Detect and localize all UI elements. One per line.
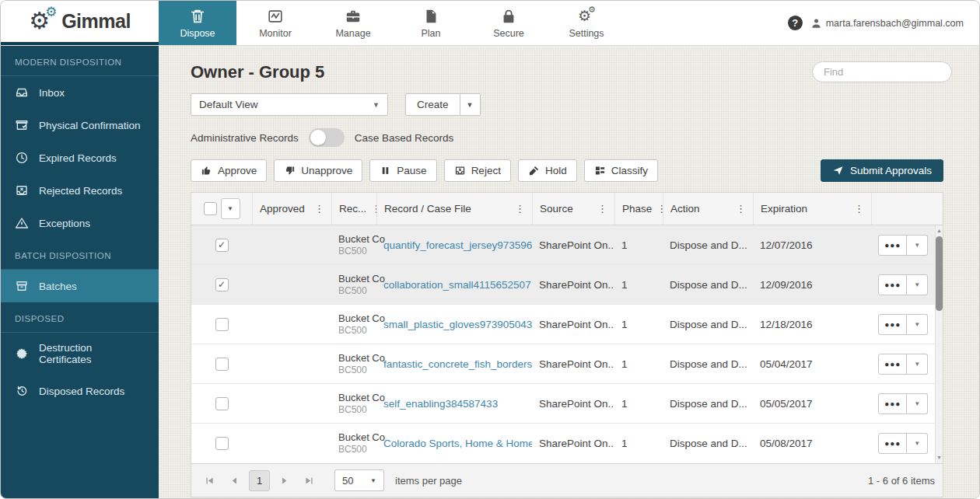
gimmal-gears-icon: ⚙ ⚙ xyxy=(29,8,60,36)
table-row[interactable]: ✓ Bucket CoBC500 quantify_forecast_jerse… xyxy=(191,225,935,265)
page-size-select[interactable]: 50 ▼ xyxy=(334,469,384,491)
case-based-records-label: Case Based Records xyxy=(355,132,454,144)
first-page-icon xyxy=(205,476,215,486)
scrollbar-track[interactable] xyxy=(936,235,943,454)
row-more-button[interactable]: ●●● xyxy=(878,274,907,295)
sidebar-item-destruction-certificates[interactable]: Destruction Certificates xyxy=(1,333,159,375)
column-header-approved[interactable]: Approved ⋮ xyxy=(252,193,331,225)
record-link[interactable]: fantastic_concrete_fish_borders_1 xyxy=(383,358,532,370)
create-dropdown-button[interactable]: ▼ xyxy=(460,93,481,116)
row-checkbox[interactable] xyxy=(215,437,229,450)
find-input[interactable] xyxy=(812,61,952,82)
record-link[interactable]: collaboration_small4115652507 xyxy=(383,279,531,291)
sidebar-item-label: Expired Records xyxy=(39,152,117,164)
row-more-button[interactable]: ●●● xyxy=(878,354,907,375)
next-page-button[interactable] xyxy=(274,470,295,491)
row-more-button[interactable]: ●●● xyxy=(878,393,907,414)
record-link[interactable]: Colorado Sports, Home & Home.. xyxy=(383,438,532,449)
table-row[interactable]: Bucket CoBC500 small_plastic_gloves97390… xyxy=(191,305,935,344)
row-dropdown-button[interactable]: ▼ xyxy=(907,235,928,256)
tab-manage[interactable]: Manage xyxy=(314,1,392,45)
sidebar-item-physical-confirmation[interactable]: Physical Confirmation xyxy=(1,109,159,141)
sidebar-item-disposed-records[interactable]: Disposed Records xyxy=(1,375,159,407)
row-checkbox[interactable]: ✓ xyxy=(215,239,229,252)
sidebar-item-batches[interactable]: Batches xyxy=(1,270,159,302)
first-page-button[interactable] xyxy=(199,470,220,491)
table-row[interactable]: Bucket CoBC500 Colorado Sports, Home & H… xyxy=(191,424,935,463)
submit-approvals-button[interactable]: Submit Approvals xyxy=(821,159,943,182)
cell-record-class: Bucket CoBC500 xyxy=(331,233,376,257)
records-type-toggle[interactable] xyxy=(309,128,345,147)
view-select[interactable]: Default View ▼ xyxy=(191,93,388,116)
column-menu-icon[interactable]: ⋮ xyxy=(849,203,864,215)
row-dropdown-button[interactable]: ▼ xyxy=(907,354,928,375)
tab-settings[interactable]: ⚙ ⚙ Settings xyxy=(548,1,625,45)
sidebar-item-inbox[interactable]: Inbox xyxy=(1,76,159,109)
scroll-down-icon[interactable]: ▼ xyxy=(936,454,942,462)
column-menu-icon[interactable]: ⋮ xyxy=(310,203,324,215)
record-link[interactable]: quantify_forecast_jersey97359678 xyxy=(383,239,532,251)
scrollbar-thumb[interactable] xyxy=(936,236,943,311)
seal-icon xyxy=(15,347,29,361)
column-header-source[interactable]: Source ⋮ xyxy=(532,193,614,225)
create-button[interactable]: Create xyxy=(405,93,460,116)
records-table: ▼ Approved ⋮ Rec... ⋮ Record / Case File… xyxy=(191,192,943,464)
column-menu-icon[interactable]: ⋮ xyxy=(510,203,525,215)
column-header-expiration[interactable]: Expiration ⋮ xyxy=(753,193,871,225)
row-checkbox[interactable] xyxy=(215,358,229,371)
column-menu-icon[interactable]: ⋮ xyxy=(731,203,746,215)
row-dropdown-button[interactable]: ▼ xyxy=(907,433,928,454)
column-header-record-class[interactable]: Rec... ⋮ xyxy=(331,193,376,225)
cell-phase: 1 xyxy=(614,438,663,449)
reject-button[interactable]: Reject xyxy=(444,159,511,182)
person-icon xyxy=(810,17,822,29)
record-link[interactable]: small_plastic_gloves973905043 xyxy=(383,319,532,330)
row-dropdown-button[interactable]: ▼ xyxy=(907,314,928,335)
tab-monitor[interactable]: Monitor xyxy=(236,1,314,45)
row-checkbox[interactable]: ✓ xyxy=(215,278,229,291)
row-dropdown-button[interactable]: ▼ xyxy=(907,274,928,295)
sidebar-item-expired-records[interactable]: Expired Records xyxy=(1,141,159,174)
cell-expiration: 05/08/2017 xyxy=(753,438,871,449)
top-nav: Dispose Monitor Manage Plan Secure ⚙ xyxy=(159,1,625,45)
classify-button[interactable]: Classify xyxy=(584,159,658,182)
cell-phase: 1 xyxy=(614,358,663,370)
page-number-button[interactable]: 1 xyxy=(249,470,270,491)
row-more-button[interactable]: ●●● xyxy=(878,433,907,454)
column-menu-icon[interactable]: ⋮ xyxy=(593,203,607,215)
paper-plane-icon xyxy=(832,165,844,176)
unapprove-button[interactable]: Unapprove xyxy=(274,159,362,182)
user-menu[interactable]: marta.farensbach@gimmal.com xyxy=(810,17,964,29)
column-header-phase[interactable]: Phase ⋮ xyxy=(614,193,663,225)
column-header-action[interactable]: Action ⋮ xyxy=(663,193,753,225)
record-link[interactable]: self_enabling384587433 xyxy=(383,398,498,410)
hold-button[interactable]: Hold xyxy=(518,159,577,182)
row-more-button[interactable]: ●●● xyxy=(878,314,907,335)
table-row[interactable]: ✓ Bucket CoBC500 collaboration_small4115… xyxy=(191,265,935,305)
column-header-actions xyxy=(871,193,943,225)
cell-action: Dispose and D... xyxy=(663,398,753,410)
row-checkbox[interactable] xyxy=(215,318,229,331)
prev-page-icon xyxy=(229,476,240,486)
table-scrollbar[interactable]: ▲ ▼ xyxy=(935,225,943,463)
row-checkbox[interactable] xyxy=(215,397,229,410)
sidebar-item-exceptions[interactable]: Exceptions xyxy=(1,207,159,239)
table-row[interactable]: Bucket CoBC500 fantastic_concrete_fish_b… xyxy=(191,344,935,384)
sidebar-item-rejected-records[interactable]: Rejected Records xyxy=(1,174,159,207)
pause-button[interactable]: Pause xyxy=(369,159,436,182)
tab-secure[interactable]: Secure xyxy=(470,1,548,45)
row-more-button[interactable]: ●●● xyxy=(878,235,907,256)
select-dropdown-button[interactable]: ▼ xyxy=(221,198,240,219)
column-header-record-case-file[interactable]: Record / Case File ⋮ xyxy=(376,193,532,225)
help-icon[interactable]: ? xyxy=(788,16,803,30)
select-all-checkbox[interactable] xyxy=(204,202,217,215)
approve-button[interactable]: Approve xyxy=(191,159,267,182)
last-page-button[interactable] xyxy=(299,470,320,491)
scroll-up-icon[interactable]: ▲ xyxy=(936,227,942,235)
tab-dispose[interactable]: Dispose xyxy=(159,1,236,45)
admin-records-label: Administrative Records xyxy=(191,132,299,144)
tab-plan[interactable]: Plan xyxy=(392,1,470,45)
prev-page-button[interactable] xyxy=(224,470,245,491)
table-row[interactable]: Bucket CoBC500 self_enabling384587433 Sh… xyxy=(191,384,935,424)
row-dropdown-button[interactable]: ▼ xyxy=(907,393,928,414)
